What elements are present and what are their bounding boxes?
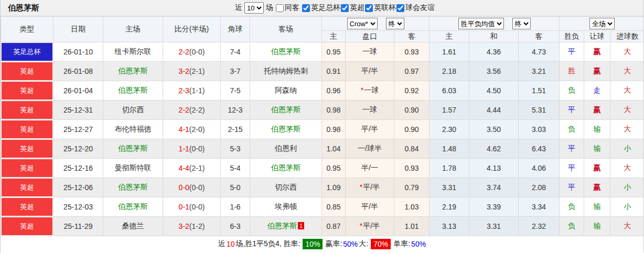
- result-cell: 负: [560, 217, 584, 236]
- league-cell: 英超: [1, 197, 53, 217]
- score-cell: 2-2(2-2): [163, 101, 221, 120]
- col-header-home: 主场: [103, 17, 163, 42]
- avg-draw: 3.50: [469, 120, 519, 139]
- col-header-corner: 角球: [221, 17, 250, 42]
- handicap-cell: 平/半: [346, 120, 394, 139]
- score-cell: 4-1(2-0): [163, 120, 221, 139]
- score-cell: 0-1(0-0): [163, 197, 221, 217]
- home-odds: 0.96: [322, 81, 346, 101]
- handicap-cell: 一/球半: [346, 139, 394, 159]
- odds-time-select[interactable]: 终: [386, 18, 404, 29]
- col-header-handicap-result: 让球: [584, 31, 610, 42]
- avg-lose: 1.51: [519, 81, 560, 101]
- scope-group-header: 全场: [560, 17, 644, 31]
- home-team: 切尔西: [103, 101, 163, 120]
- goals-result-cell: 大: [610, 42, 644, 62]
- league-filters: 英足总杯英超英联杯球会友谊: [302, 3, 435, 13]
- away-team: 伯恩利: [250, 139, 322, 159]
- star-mark: *: [360, 222, 362, 230]
- avg-win: 6.03: [430, 81, 469, 101]
- footer-win-pct: 50%: [343, 240, 358, 248]
- handicap-result-cell: 输: [584, 197, 610, 217]
- avg-draw: 4.44: [469, 101, 519, 120]
- footer-summary: 场,胜1平5负4, 胜率:: [235, 239, 300, 249]
- league-filter-checkbox[interactable]: [341, 4, 349, 12]
- same-away-filter[interactable]: 同客: [275, 3, 299, 13]
- table-row: 英超25-12-16曼彻斯特联4-4(2-1)5-4伯恩茅斯0.95半/一0.9…: [1, 159, 644, 178]
- league-badge: 英超: [2, 198, 52, 216]
- result-cell: 平: [560, 178, 584, 197]
- match-date: 25-11-29: [53, 217, 103, 236]
- home-team: 曼彻斯特联: [103, 159, 163, 178]
- league-badge: 英足总杯: [2, 43, 52, 61]
- league-badge: 英超: [2, 159, 52, 177]
- away-team: 伯恩茅斯: [250, 101, 322, 120]
- scope-select[interactable]: 全场: [589, 18, 615, 29]
- match-date: 25-12-03: [53, 197, 103, 217]
- away-odds: 0.92: [394, 81, 430, 101]
- footer-single-pct: 50%: [411, 240, 426, 248]
- footer-near: 近: [218, 239, 226, 249]
- corner-cell: 7-4: [221, 42, 250, 62]
- corner-cell: 1-6: [221, 197, 250, 217]
- home-odds: 0.98: [322, 101, 346, 120]
- league-filter-checkbox[interactable]: [302, 4, 310, 12]
- table-row: 英超25-11-29桑德兰3-2(1-2)6-3伯恩茅斯10.87*平/半1.0…: [1, 217, 644, 236]
- same-away-label: 同客: [285, 3, 299, 13]
- corner-cell: 5-0: [221, 178, 250, 197]
- home-odds: 1.04: [322, 139, 346, 159]
- avg-win: 1.61: [430, 42, 469, 62]
- goals-result-cell: 小: [610, 197, 644, 217]
- league-filter[interactable]: 英足总杯: [302, 3, 340, 13]
- home-team: 布伦特福德: [103, 120, 163, 139]
- odds-company-select[interactable]: Crow*: [347, 18, 378, 29]
- result-cell: 平: [560, 159, 584, 178]
- handicap-cell: *平/半: [346, 217, 394, 236]
- match-date: 25-12-27: [53, 120, 103, 139]
- rank-badge: 1: [298, 222, 304, 229]
- games-count-select[interactable]: 10: [244, 2, 264, 14]
- home-team: 伯恩茅斯: [103, 178, 163, 197]
- table-row: 英超25-12-03伯恩茅斯0-1(0-0)1-6埃弗顿0.85平/半1.032…: [1, 197, 644, 217]
- col-header-avg-win: 主: [430, 31, 469, 42]
- corner-cell: 12-3: [221, 101, 250, 120]
- league-filter-checkbox[interactable]: [396, 4, 404, 12]
- near-label: 近: [235, 3, 242, 13]
- table-row: 英超26-01-04伯恩茅斯2-3(1-1)7-5阿森纳0.96*一球0.926…: [1, 81, 644, 101]
- topbar: 伯恩茅斯 近 10 场 同客 英足总杯英超英联杯球会友谊: [1, 0, 643, 16]
- avg-type-select[interactable]: 胜平负均值: [458, 18, 504, 29]
- league-filter[interactable]: 英联杯: [364, 3, 396, 13]
- star-mark: *: [360, 183, 362, 191]
- avg-draw: 4.50: [469, 81, 519, 101]
- footer-single-label: 单率:: [393, 239, 410, 249]
- footer-win-label: 赢率:: [325, 239, 342, 249]
- result-cell: 平: [560, 42, 584, 62]
- handicap-cell: 半/一: [346, 159, 394, 178]
- corner-cell: 5-4: [221, 159, 250, 178]
- league-cell: 英超: [1, 217, 53, 236]
- league-filter-checkbox[interactable]: [365, 4, 373, 12]
- avg-lose: 4.06: [519, 159, 560, 178]
- league-badge: 英超: [2, 179, 52, 196]
- league-filter[interactable]: 英超: [340, 3, 364, 13]
- away-team: 阿森纳: [250, 81, 322, 101]
- corner-cell: 6-3: [221, 217, 250, 236]
- avg-time-select[interactable]: 终: [512, 18, 531, 29]
- col-header-avg-draw: 和: [469, 31, 519, 42]
- score-cell: 2-3(1-1): [163, 81, 221, 101]
- header-group-row: 类型 日期 主场 比分(半场) 角球 客场 Crow* 终 胜平负均值 终: [1, 17, 644, 31]
- home-odds: 0.95: [322, 42, 346, 62]
- league-filter[interactable]: 球会友谊: [396, 3, 435, 13]
- result-cell: 负: [560, 120, 584, 139]
- home-odds: 0.85: [322, 197, 346, 217]
- same-away-checkbox[interactable]: [276, 4, 284, 12]
- avg-win: 2.18: [430, 62, 469, 81]
- league-filter-label: 英超: [350, 3, 364, 13]
- handicap-result-cell: 输: [584, 217, 610, 236]
- avg-lose: 2.08: [519, 178, 560, 197]
- home-odds: 0.95: [322, 159, 346, 178]
- score-cell: 3-2(2-1): [163, 62, 221, 81]
- col-header-goals: 进球数: [610, 31, 644, 42]
- goals-result-cell: 大: [610, 62, 644, 81]
- league-badge: 英超: [2, 120, 52, 138]
